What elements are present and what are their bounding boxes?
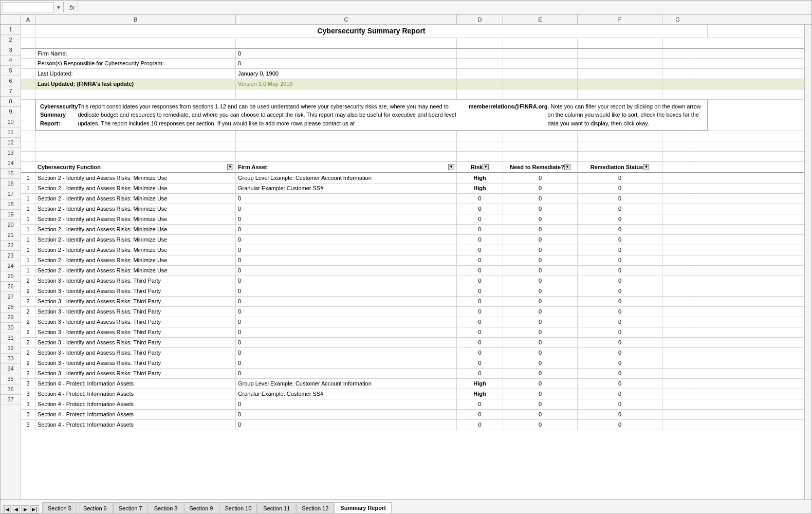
cell[interactable] — [662, 131, 693, 141]
cell[interactable] — [21, 69, 35, 79]
sheet-tab-summary-report[interactable]: Summary Report — [335, 502, 392, 513]
row-number-11[interactable]: 11 — [1, 127, 21, 138]
cell[interactable]: 0 — [503, 266, 578, 276]
sheet-tab-section-7[interactable]: Section 7 — [113, 502, 148, 513]
cell[interactable] — [457, 69, 503, 79]
cell[interactable]: 0 — [236, 276, 457, 286]
tab-first-btn[interactable]: |◀ — [3, 505, 11, 513]
cell[interactable]: Granular Example: Customer SS# — [236, 389, 457, 399]
cell[interactable] — [503, 79, 578, 89]
cell[interactable] — [662, 307, 693, 317]
cell[interactable]: 0 — [503, 204, 578, 214]
filter-button-remediate[interactable]: ▼ — [564, 164, 570, 170]
cell[interactable] — [578, 141, 662, 151]
row-number-5[interactable]: 5 — [1, 66, 21, 76]
cell[interactable]: 0 — [236, 307, 457, 317]
cell[interactable]: Section 3 - Identify and Assess Risks: T… — [35, 317, 236, 327]
cell[interactable]: Section 4 - Protect: Information Assets — [35, 410, 236, 419]
cell[interactable] — [662, 38, 693, 48]
cell[interactable]: Last Updated: — [35, 69, 236, 79]
row-number-31[interactable]: 31 — [1, 333, 21, 343]
cell[interactable]: Section 4 - Protect: Information Assets — [35, 379, 236, 389]
cell[interactable]: 0 — [578, 369, 662, 378]
sheet-tab-section-11[interactable]: Section 11 — [257, 502, 296, 513]
cell[interactable]: 0 — [578, 194, 662, 204]
row-number-35[interactable]: 35 — [1, 374, 21, 384]
cell[interactable]: Section 3 - Identify and Assess Risks: T… — [35, 297, 236, 306]
cell[interactable]: 0 — [503, 235, 578, 245]
cell[interactable] — [662, 255, 693, 265]
cell[interactable]: 2 — [21, 297, 35, 306]
row-number-8[interactable]: 8 — [1, 97, 21, 107]
cell[interactable]: Section 3 - Identify and Assess Risks: T… — [35, 286, 236, 296]
cell[interactable] — [21, 162, 35, 172]
cell[interactable] — [662, 286, 693, 296]
cell[interactable]: 0 — [578, 235, 662, 245]
cell[interactable]: 3 — [21, 389, 35, 399]
cell[interactable] — [662, 327, 693, 337]
cell[interactable]: Section 2 - Identify and Assess Risks: M… — [35, 235, 236, 245]
cell[interactable]: 0 — [457, 204, 503, 214]
cell[interactable] — [662, 235, 693, 245]
cell[interactable] — [503, 59, 578, 68]
cell[interactable]: Section 2 - Identify and Assess Risks: M… — [35, 204, 236, 214]
row-number-26[interactable]: 26 — [1, 282, 21, 292]
row-number-6[interactable]: 6 — [1, 76, 21, 86]
cell[interactable]: Section 4 - Protect: Information Assets — [35, 420, 236, 430]
cell[interactable]: 0 — [236, 225, 457, 234]
cell[interactable] — [35, 89, 236, 99]
row-number-1[interactable]: 1 — [1, 25, 21, 35]
cell[interactable]: Section 3 - Identify and Assess Risks: T… — [35, 348, 236, 358]
cell[interactable] — [662, 141, 693, 151]
cell[interactable]: 0 — [236, 49, 457, 58]
cell[interactable] — [35, 131, 236, 141]
row-number-9[interactable]: 9 — [1, 107, 21, 117]
cell[interactable]: Section 4 - Protect: Information Assets — [35, 399, 236, 409]
cell[interactable]: 0 — [457, 245, 503, 255]
cell[interactable]: 2 — [21, 348, 35, 358]
cell[interactable]: 1 — [21, 266, 35, 276]
sheet-tab-section-10[interactable]: Section 10 — [219, 502, 257, 513]
cell[interactable] — [578, 79, 662, 89]
row-number-10[interactable]: 10 — [1, 117, 21, 127]
cell[interactable]: 0 — [578, 420, 662, 430]
cell[interactable]: 0 — [578, 173, 662, 183]
cell[interactable]: 0 — [578, 307, 662, 317]
row-number-21[interactable]: 21 — [1, 230, 21, 241]
cell[interactable]: 0 — [578, 399, 662, 409]
cell[interactable] — [578, 38, 662, 48]
cell[interactable]: 0 — [236, 358, 457, 368]
tab-prev-btn[interactable]: ◀ — [12, 505, 20, 513]
cell[interactable] — [662, 399, 693, 409]
cell[interactable] — [236, 131, 457, 141]
filter-button-asset[interactable]: ▼ — [448, 164, 454, 170]
cell[interactable]: 0 — [503, 173, 578, 183]
cell[interactable] — [236, 141, 457, 151]
cell[interactable]: 0 — [236, 338, 457, 347]
cell[interactable]: 0 — [503, 410, 578, 419]
cell[interactable]: 0 — [457, 420, 503, 430]
col-header-d[interactable]: D — [457, 15, 503, 24]
cell[interactable] — [21, 79, 35, 89]
cell[interactable]: 0 — [457, 235, 503, 245]
cell[interactable]: 0 — [236, 204, 457, 214]
cell[interactable]: High — [457, 183, 503, 193]
cell[interactable] — [662, 59, 693, 68]
cell[interactable] — [662, 204, 693, 214]
cell[interactable] — [236, 38, 457, 48]
cell[interactable]: 0 — [503, 297, 578, 306]
cell[interactable]: 0 — [236, 420, 457, 430]
row-number-14[interactable]: 14 — [1, 158, 21, 169]
cell[interactable]: 0 — [578, 255, 662, 265]
col-header-c[interactable]: C — [236, 15, 457, 24]
cell[interactable] — [21, 59, 35, 68]
cell[interactable]: 0 — [503, 225, 578, 234]
col-header-g[interactable]: G — [662, 15, 693, 24]
dropdown-arrow-icon[interactable]: ▼ — [56, 5, 61, 10]
cell[interactable]: 0 — [578, 358, 662, 368]
cell[interactable]: Firm Name: — [35, 49, 236, 58]
cell[interactable]: 0 — [457, 327, 503, 337]
cell[interactable] — [662, 183, 693, 193]
row-number-25[interactable]: 25 — [1, 271, 21, 282]
sheet-tab-section-9[interactable]: Section 9 — [184, 502, 219, 513]
